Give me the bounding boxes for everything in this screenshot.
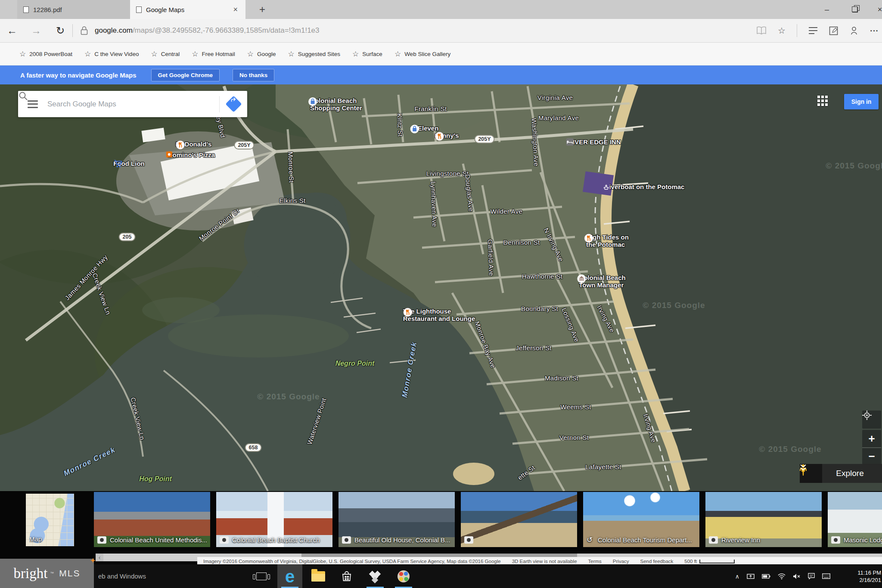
divider	[72, 24, 73, 37]
new-tab-button[interactable]: +	[255, 3, 270, 16]
tab-pdf[interactable]: 12286.pdf	[17, 0, 130, 19]
forward-button[interactable]: →	[24, 25, 48, 37]
task-view-button[interactable]	[249, 564, 274, 588]
carousel-thumb-map[interactable]: Map	[26, 494, 74, 546]
scale-bar	[699, 560, 735, 563]
camera-icon	[97, 536, 106, 544]
feedback-link[interactable]: Send feedback	[640, 559, 674, 564]
more-options-icon[interactable]: ···	[870, 26, 879, 36]
favorite-star-icon[interactable]: ☆	[778, 25, 786, 36]
favorite-label: 2008 PowerBoat	[29, 51, 72, 57]
carousel-thumb-colonial-beach-baptist-church[interactable]: Colonial Beach Baptist Church	[216, 492, 332, 547]
url-text[interactable]: google.com/maps/@38.2495582,-76.9663389,…	[95, 26, 320, 35]
chrome-promo-bar: A faster way to navigate Google Maps Get…	[0, 65, 882, 84]
edge-icon: e	[285, 568, 295, 585]
tab-close-icon[interactable]: ×	[231, 5, 239, 14]
task-view-icon	[256, 572, 267, 580]
favorite-star-icon: ☆	[151, 50, 157, 59]
favorite-item[interactable]: ☆C the View Video	[84, 50, 139, 59]
favorite-star-icon: ☆	[247, 50, 254, 59]
thumb-label: Beautiful Old House, Colonial B...	[354, 536, 450, 544]
get-chrome-button[interactable]: Get Google Chrome	[151, 69, 220, 81]
favorite-item[interactable]: ☆Suggested Sites	[288, 50, 341, 59]
search-input[interactable]	[47, 100, 211, 109]
favorite-label: Central	[161, 51, 180, 57]
tab-label: 12286.pdf	[33, 6, 124, 13]
tray-chevron-icon[interactable]: ∧	[735, 573, 739, 580]
promo-message: A faster way to navigate Google Maps	[20, 72, 137, 79]
terms-link[interactable]: Terms	[588, 559, 602, 564]
carousel-thumb-masonic-lodge[interactable]: Masonic Lodge	[828, 492, 882, 547]
favorite-star-icon: ☆	[84, 50, 91, 59]
tray-device-icon[interactable]	[747, 573, 755, 580]
taskbar-clock[interactable]: 11:16 PM 2/16/201	[848, 564, 881, 588]
camera-icon	[831, 536, 840, 544]
favorite-star-icon: ☆	[288, 50, 295, 59]
reading-view-icon[interactable]	[756, 26, 767, 35]
no-thanks-button[interactable]: No thanks	[233, 69, 274, 81]
explore-bar[interactable]: Explore	[800, 464, 882, 483]
zoom-out-button[interactable]: −	[862, 448, 881, 464]
share-icon[interactable]	[849, 26, 859, 35]
back-button[interactable]: ←	[0, 25, 24, 37]
zoom-in-button[interactable]: +	[862, 430, 881, 447]
scale-control: 500 ft	[684, 559, 735, 564]
menu-icon[interactable]	[28, 100, 38, 108]
favorite-item[interactable]: ☆Web Slice Gallery	[394, 50, 450, 59]
imagery-credit: Imagery ©2016 Commonwealth of Virginia, …	[203, 559, 501, 564]
battery-icon[interactable]	[762, 574, 770, 579]
my-location-button[interactable]	[862, 411, 881, 429]
favorite-item[interactable]: ☆Central	[151, 50, 180, 59]
divider	[797, 24, 797, 37]
tab-google-maps[interactable]: Google Maps ×	[130, 0, 245, 19]
taskbar-search-box[interactable]: eb and Windows	[98, 564, 146, 588]
dropbox-button[interactable]	[363, 564, 388, 588]
sign-in-button[interactable]: Sign in	[844, 94, 879, 109]
windows-store-button[interactable]	[334, 564, 359, 588]
map-canvas[interactable]: Franklin StVirginia AveMaryland AveKintz…	[0, 84, 882, 491]
thumb-label: Colonial Beach Tourism Depart...	[598, 536, 692, 544]
restore-icon	[852, 7, 858, 12]
thumb-caption: ↺Colonial Beach Tourism Depart...	[587, 536, 698, 544]
wifi-icon[interactable]	[778, 573, 786, 579]
window-close-button[interactable]: ×	[870, 0, 882, 19]
favorite-label: Free Hotmail	[202, 51, 235, 57]
directions-button[interactable]	[220, 98, 247, 110]
paint-button[interactable]	[391, 564, 416, 588]
hub-icon[interactable]	[808, 27, 818, 34]
favorite-item[interactable]: ☆Google	[247, 50, 276, 59]
web-note-icon[interactable]	[829, 26, 838, 35]
window-minimize-button[interactable]: –	[817, 0, 837, 19]
carousel-thumb-colonial-beach-tourism-depart[interactable]: ↺Colonial Beach Tourism Depart...	[583, 492, 699, 547]
volume-muted-icon[interactable]	[793, 573, 801, 579]
carousel-thumb-riverview-inn[interactable]: Riverview Inn	[705, 492, 822, 547]
tab-label: Google Maps	[146, 6, 231, 13]
carousel-thumb-colonial-beach-united-methodis[interactable]: Colonial Beach United Methodis...	[94, 492, 210, 547]
thumb-caption: Masonic Lodge	[831, 536, 882, 544]
window-restore-button[interactable]	[845, 0, 865, 19]
favorite-item[interactable]: ☆2008 PowerBoat	[19, 50, 72, 59]
favorite-label: C the View Video	[94, 51, 139, 57]
favorite-label: Google	[257, 51, 276, 57]
camera-icon	[464, 536, 473, 544]
favorite-item[interactable]: ☆Free Hotmail	[192, 50, 235, 59]
thumb-label: Masonic Lodge	[844, 536, 882, 544]
favorite-label: Web Slice Gallery	[404, 51, 450, 57]
page-icon	[23, 6, 29, 13]
touch-keyboard-icon[interactable]	[822, 573, 830, 579]
refresh-button[interactable]: ↻	[48, 25, 72, 37]
carousel-thumb-photo[interactable]	[461, 492, 577, 547]
scroll-left-arrow[interactable]: ‹	[96, 554, 103, 561]
favorite-item[interactable]: ☆Surface	[352, 50, 382, 59]
carousel-thumb-beautiful-old-house-colonial-b[interactable]: Beautiful Old House, Colonial B...	[339, 492, 455, 547]
maps-search-card	[18, 91, 247, 117]
privacy-link[interactable]: Privacy	[613, 559, 629, 564]
thumb-caption	[464, 536, 575, 544]
thumb-caption: Colonial Beach Baptist Church	[220, 536, 331, 544]
brand-suffix: MLS	[59, 568, 80, 579]
action-center-icon[interactable]	[808, 573, 815, 579]
google-apps-grid-icon[interactable]	[817, 96, 829, 107]
file-explorer-button[interactable]	[306, 564, 331, 588]
edge-taskbar-button[interactable]: e	[277, 564, 302, 588]
satellite-imagery	[0, 84, 882, 491]
